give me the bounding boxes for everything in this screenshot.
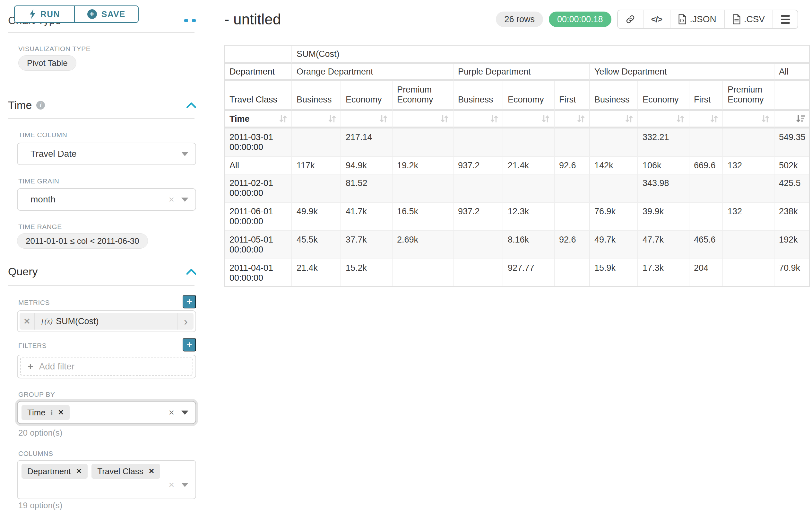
- travel-class-dim-label: Travel Class: [225, 81, 292, 111]
- value-cell: [689, 174, 723, 203]
- function-icon: ƒ(x): [41, 317, 53, 325]
- value-cell: 19.2k: [393, 157, 454, 174]
- columns-select[interactable]: Department ✕ Travel Class ✕ ×: [17, 460, 196, 499]
- sort-desc-active-icon[interactable]: [795, 114, 805, 124]
- time-range-label: TIME RANGE: [18, 223, 62, 231]
- sort-toggle-icon[interactable]: [328, 114, 337, 124]
- export-json-button[interactable]: .JSON: [670, 10, 724, 28]
- export-csv-button[interactable]: .CSV: [724, 10, 773, 28]
- sort-toggle-icon[interactable]: [541, 114, 550, 124]
- sort-toggle-icon[interactable]: [676, 114, 685, 124]
- add-filter-plus-button[interactable]: +: [183, 338, 196, 351]
- time-column-label: TIME COLUMN: [18, 131, 67, 139]
- column-sort-cell[interactable]: [638, 111, 689, 129]
- remove-metric-icon[interactable]: ✕: [20, 313, 35, 330]
- travel-class-header: Premium Economy: [393, 81, 454, 111]
- column-sort-cell[interactable]: [292, 111, 341, 129]
- metric-pill[interactable]: ✕ ƒ(x) SUM(Cost) ›: [20, 313, 194, 330]
- remove-tag-icon[interactable]: ✕: [149, 467, 154, 476]
- column-sort-cell[interactable]: [723, 111, 775, 129]
- chevron-up-icon[interactable]: [186, 103, 196, 108]
- info-icon[interactable]: i: [51, 408, 53, 417]
- chevron-up-icon[interactable]: [186, 269, 196, 275]
- time-column-select[interactable]: Travel Date: [17, 143, 196, 165]
- row-header-cell: 2011-04-01 00:00:00: [225, 259, 292, 286]
- add-filter-placeholder: Add filter: [39, 361, 75, 372]
- save-button[interactable]: + SAVE: [75, 5, 139, 23]
- sort-toggle-icon[interactable]: [279, 114, 288, 124]
- travel-class-header: Business: [590, 81, 638, 111]
- metrics-control: ✕ ƒ(x) SUM(Cost) ›: [17, 310, 196, 332]
- value-cell: [689, 129, 723, 157]
- export-csv-label: .CSV: [744, 14, 765, 24]
- value-cell: 549.35: [775, 129, 809, 157]
- columns-tag[interactable]: Travel Class ✕: [91, 464, 160, 479]
- add-filter-button[interactable]: + Add filter: [20, 357, 193, 376]
- department-group-header: Purple Department: [454, 64, 590, 81]
- column-sort-cell[interactable]: [454, 111, 503, 129]
- clear-icon[interactable]: ×: [169, 408, 174, 417]
- value-cell: 81.52: [341, 174, 393, 203]
- remove-tag-icon[interactable]: ✕: [76, 467, 82, 476]
- chevron-right-icon[interactable]: ›: [177, 313, 194, 330]
- value-cell: 332.21: [638, 129, 689, 157]
- value-cell: [292, 174, 341, 203]
- tag-label: Time: [27, 408, 46, 417]
- column-sort-cell[interactable]: [775, 111, 809, 129]
- row-count-badge: 26 rows: [496, 11, 543, 27]
- share-link-button[interactable]: [618, 10, 643, 28]
- sort-toggle-icon[interactable]: [709, 114, 719, 124]
- row-header-cell: All: [225, 157, 292, 174]
- value-cell: 15.2k: [341, 259, 393, 286]
- value-cell: [723, 174, 775, 203]
- column-sort-cell[interactable]: [555, 111, 590, 129]
- more-options-button[interactable]: [773, 10, 798, 28]
- value-cell: 47.7k: [638, 231, 689, 259]
- value-cell: 41.7k: [341, 203, 393, 231]
- sort-toggle-icon[interactable]: [490, 114, 499, 124]
- remove-tag-icon[interactable]: ✕: [58, 408, 63, 417]
- section-divider: [8, 118, 195, 119]
- value-cell: [503, 129, 555, 157]
- add-metric-button[interactable]: +: [183, 295, 196, 308]
- sort-toggle-icon[interactable]: [379, 114, 388, 124]
- sort-toggle-icon[interactable]: [625, 114, 634, 124]
- column-sort-cell[interactable]: [503, 111, 555, 129]
- view-query-button[interactable]: </>: [643, 10, 670, 28]
- value-cell: 117k: [292, 157, 341, 174]
- export-button-group: </> .JSON .CSV: [617, 10, 798, 29]
- chart-title[interactable]: - untitled: [224, 10, 281, 28]
- clear-icon[interactable]: ×: [169, 195, 174, 204]
- viz-type-pill[interactable]: Pivot Table: [18, 55, 77, 71]
- travel-class-header: Business: [454, 81, 503, 111]
- column-sort-cell[interactable]: [341, 111, 393, 129]
- department-group-header: All: [775, 64, 809, 81]
- column-sort-cell[interactable]: [689, 111, 723, 129]
- value-cell: 76.9k: [590, 203, 638, 231]
- clear-icon[interactable]: ×: [169, 480, 174, 490]
- value-cell: 12.3k: [503, 203, 555, 231]
- group-by-select[interactable]: Time i ✕ ×: [17, 401, 196, 424]
- value-cell: 45.5k: [292, 231, 341, 259]
- chevron-down-icon: [181, 197, 188, 202]
- column-sort-cell[interactable]: [590, 111, 638, 129]
- columns-label: COLUMNS: [18, 450, 53, 457]
- sort-toggle-icon[interactable]: [576, 114, 585, 124]
- plus-circle-icon: +: [87, 9, 97, 19]
- code-icon: </>: [651, 15, 662, 24]
- run-button[interactable]: RUN: [14, 5, 75, 23]
- time-grain-select[interactable]: month ×: [17, 188, 196, 211]
- group-by-options-note: 20 option(s): [18, 428, 62, 438]
- value-cell: [454, 129, 503, 157]
- value-cell: 937.2: [454, 157, 503, 174]
- columns-tag[interactable]: Department ✕: [22, 464, 88, 479]
- sort-toggle-icon[interactable]: [440, 114, 449, 124]
- time-range-pill[interactable]: 2011-01-01 ≤ col < 2011-06-30: [17, 233, 148, 249]
- group-by-tag[interactable]: Time i ✕: [22, 405, 70, 420]
- column-sort-cell[interactable]: [393, 111, 454, 129]
- query-section-header: Query: [8, 265, 196, 278]
- query-timer-badge: 00:00:00.18: [549, 11, 611, 27]
- sort-toggle-icon[interactable]: [761, 114, 770, 124]
- clipped-icon-fragment: [184, 19, 188, 22]
- info-icon[interactable]: i: [36, 101, 45, 110]
